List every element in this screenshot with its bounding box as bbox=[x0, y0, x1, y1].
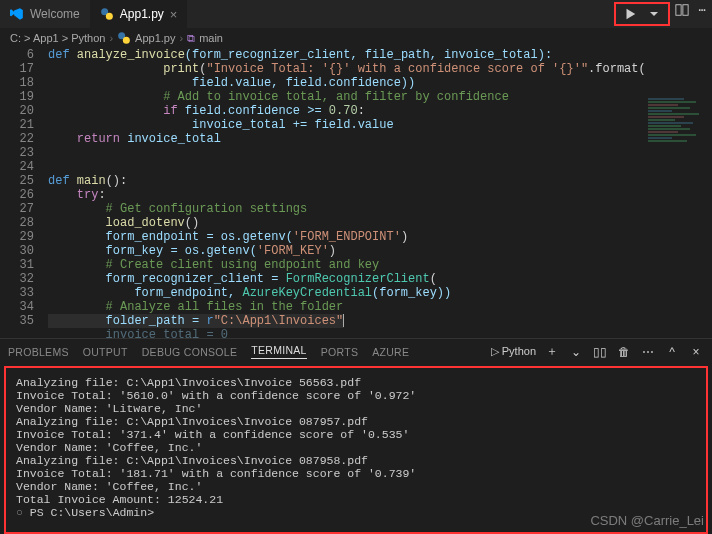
run-button[interactable] bbox=[620, 4, 640, 24]
breadcrumb-symbol: main bbox=[199, 32, 223, 44]
line-gutter: 61718 192021 222324 252627 282930 313233… bbox=[0, 48, 48, 338]
terminal-line: Analyzing file: C:\App1\Invoices\Invoice… bbox=[16, 376, 696, 389]
tab-problems[interactable]: PROBLEMS bbox=[8, 346, 69, 358]
terminal-line: Analyzing file: C:\App1\Invoices\Invoice… bbox=[16, 415, 696, 428]
tab-azure[interactable]: AZURE bbox=[372, 346, 409, 358]
minimap[interactable] bbox=[648, 98, 708, 188]
terminal-prompt[interactable]: PS C:\Users\Admin> bbox=[30, 506, 154, 519]
more-icon[interactable]: ⋯ bbox=[640, 345, 656, 359]
terminal-line: Total Invoice Amount: 12524.21 bbox=[16, 493, 696, 506]
editor-tabs: Welcome App1.py × ⋯ bbox=[0, 0, 712, 28]
split-terminal-button[interactable]: ▯▯ bbox=[592, 345, 608, 359]
svg-rect-3 bbox=[683, 5, 688, 16]
tab-terminal[interactable]: TERMINAL bbox=[251, 344, 307, 359]
new-terminal-button[interactable]: ＋ bbox=[544, 343, 560, 360]
terminal-output[interactable]: Analyzing file: C:\App1\Invoices\Invoice… bbox=[4, 366, 708, 534]
run-dropdown[interactable] bbox=[644, 4, 664, 24]
tab-file[interactable]: App1.py × bbox=[90, 0, 188, 28]
more-actions-button[interactable]: ⋯ bbox=[692, 0, 712, 20]
close-icon[interactable]: × bbox=[170, 7, 178, 22]
trash-icon[interactable]: 🗑 bbox=[616, 345, 632, 359]
tab-file-label: App1.py bbox=[120, 7, 164, 21]
chevron-right-icon: › bbox=[179, 32, 183, 44]
text-cursor bbox=[343, 314, 344, 327]
chevron-down-icon bbox=[650, 10, 658, 18]
tab-output[interactable]: OUTPUT bbox=[83, 346, 128, 358]
split-editor-button[interactable] bbox=[672, 0, 692, 20]
terminal-line: Invoice Total: '5610.0' with a confidenc… bbox=[16, 389, 696, 402]
panel-tabs: PROBLEMS OUTPUT DEBUG CONSOLE TERMINAL P… bbox=[0, 338, 712, 364]
terminal-line: Invoice Total: '181.71' with a confidenc… bbox=[16, 467, 696, 480]
close-panel-button[interactable]: × bbox=[688, 345, 704, 359]
tab-welcome-label: Welcome bbox=[30, 7, 80, 21]
method-icon: ⧉ bbox=[187, 32, 195, 45]
terminal-line: Vendor Name: 'Coffee, Inc.' bbox=[16, 480, 696, 493]
breadcrumb-path: C: > App1 > Python bbox=[10, 32, 105, 44]
maximize-panel-button[interactable]: ^ bbox=[664, 345, 680, 359]
tab-debug-console[interactable]: DEBUG CONSOLE bbox=[142, 346, 238, 358]
split-icon bbox=[675, 3, 689, 17]
chevron-down-icon[interactable]: ⌄ bbox=[568, 345, 584, 359]
tab-welcome[interactable]: Welcome bbox=[0, 0, 90, 28]
terminal-profile[interactable]: ▷ Python bbox=[491, 345, 536, 358]
svg-point-1 bbox=[106, 13, 113, 20]
python-icon bbox=[117, 31, 131, 45]
svg-point-5 bbox=[123, 37, 130, 44]
terminal-line: Vendor Name: 'Litware, Inc' bbox=[16, 402, 696, 415]
python-icon bbox=[100, 7, 114, 21]
code-editor[interactable]: 61718 192021 222324 252627 282930 313233… bbox=[0, 48, 712, 338]
run-controls-highlight bbox=[614, 2, 670, 26]
code-content[interactable]: def analyze_invoice(form_recognizer_clie… bbox=[48, 48, 712, 338]
terminal-line: Invoice Total: '371.4' with a confidence… bbox=[16, 428, 696, 441]
vscode-icon bbox=[10, 7, 24, 21]
chevron-right-icon: › bbox=[109, 32, 113, 44]
svg-rect-2 bbox=[676, 5, 681, 16]
terminal-line: Vendor Name: 'Coffee, Inc.' bbox=[16, 441, 696, 454]
tab-ports[interactable]: PORTS bbox=[321, 346, 358, 358]
terminal-line: Analyzing file: C:\App1\Invoices\Invoice… bbox=[16, 454, 696, 467]
breadcrumb[interactable]: C: > App1 > Python › App1.py › ⧉ main bbox=[0, 28, 712, 48]
play-icon bbox=[623, 7, 637, 21]
breadcrumb-file: App1.py bbox=[135, 32, 175, 44]
